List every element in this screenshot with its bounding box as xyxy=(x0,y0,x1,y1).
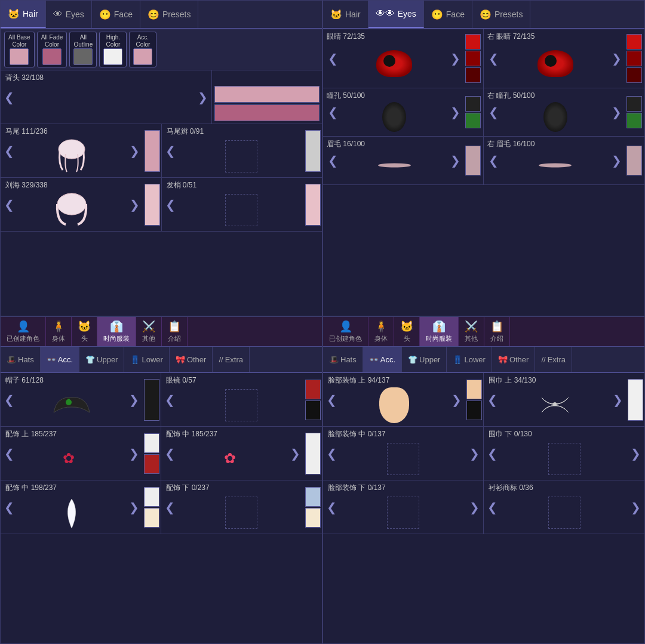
fashion-icon: 👔 xyxy=(110,320,123,333)
hair-tail-row: 马尾 111/236 ❮ ❯ xyxy=(1,124,322,178)
hair-back-color1[interactable] xyxy=(214,86,320,103)
acc-mid2-color2[interactable] xyxy=(144,508,159,528)
bnav-other-r[interactable]: ⚔️ 其他 xyxy=(459,317,484,346)
all-outline-btn[interactable]: AllOutline xyxy=(69,32,97,67)
presets-tab-icon: 😊 xyxy=(148,9,159,20)
bnav-head-r[interactable]: 🐱 头 xyxy=(394,317,420,346)
acc-down-colors xyxy=(305,487,321,528)
face-tab-acc[interactable]: 👓 Acc. xyxy=(363,347,402,372)
hair-tail-next[interactable]: ❯ xyxy=(126,124,143,177)
face-tab-lower[interactable]: 👖 Lower xyxy=(447,347,492,372)
right-pupil-next[interactable]: ❯ xyxy=(608,92,625,133)
left-eye-next[interactable]: ❯ xyxy=(447,33,464,84)
acc-mid-next[interactable]: ❯ xyxy=(287,427,304,480)
scarf-up-color[interactable] xyxy=(628,379,643,421)
bnav-body-r[interactable]: 🧍 身体 xyxy=(368,317,394,346)
acc-tab-acc[interactable]: 👓 Acc. xyxy=(41,347,79,372)
glasses-color2[interactable] xyxy=(305,400,321,420)
tab-presets[interactable]: 😊 Presets xyxy=(140,1,198,28)
brow-color[interactable] xyxy=(465,146,481,175)
hair-front-color[interactable] xyxy=(145,184,160,226)
shirt-badge-thumb xyxy=(548,497,580,529)
all-base-color-btn[interactable]: All BaseColor xyxy=(4,32,35,67)
hair-tail-color[interactable] xyxy=(145,130,160,172)
face-low-next[interactable]: ❯ xyxy=(466,480,483,534)
acc-tab-lower[interactable]: 👖 Lower xyxy=(124,347,169,372)
tab-hair-r[interactable]: 🐱 Hair xyxy=(323,1,368,28)
acc-tab-hats[interactable]: 🎩 Hats xyxy=(1,347,41,372)
bnav-fashion[interactable]: 👔 时尚服装 xyxy=(97,317,136,346)
acc-panel-left: 👤 已创建角色 🧍 身体 🐱 头 👔 时尚服装 ⚔️ 其他 📋 介绍 xyxy=(0,316,322,644)
bnav-fashion-r[interactable]: 👔 时尚服装 xyxy=(420,317,459,346)
intro-icon: 📋 xyxy=(168,320,181,333)
all-fade-color-btn[interactable]: All FadeColor xyxy=(37,32,67,67)
face-tab-other[interactable]: 🎀 Other xyxy=(492,347,536,372)
bnav-created[interactable]: 👤 已创建角色 xyxy=(1,317,46,346)
face-tab-hats[interactable]: 🎩 Hats xyxy=(323,347,363,372)
high-color-btn[interactable]: High.Color xyxy=(99,32,127,67)
r-eye-color2[interactable] xyxy=(626,51,642,66)
hair-tips-color[interactable] xyxy=(305,184,321,226)
hair-back-color2[interactable] xyxy=(214,104,320,121)
acc-up-next[interactable]: ❯ xyxy=(125,427,143,480)
right-eye-next[interactable]: ❯ xyxy=(608,33,625,84)
eye-color2[interactable] xyxy=(465,51,481,66)
hair-back-next[interactable]: ❯ xyxy=(194,70,211,124)
acc-color-btn[interactable]: Acc.Color xyxy=(129,32,156,67)
hair-front-next[interactable]: ❯ xyxy=(126,178,143,231)
face-up-color1[interactable] xyxy=(466,380,482,399)
acc-mid2-color1[interactable] xyxy=(144,487,159,507)
shirt-badge-label: 衬衫商标 0/36 xyxy=(489,483,533,493)
tab-face[interactable]: 😶 Face xyxy=(92,1,140,28)
acc-mid-color[interactable] xyxy=(305,433,321,474)
shirt-badge-next[interactable]: ❯ xyxy=(627,480,644,534)
r-eye-color1[interactable] xyxy=(626,34,642,50)
eye-color1[interactable] xyxy=(465,34,481,50)
tab-hair[interactable]: 🐱 Hair xyxy=(1,1,46,28)
face-mid-next[interactable]: ❯ xyxy=(466,427,483,480)
glasses-color1[interactable] xyxy=(305,380,321,399)
hair-tips-right: 发梢 0/51 ❮ xyxy=(162,178,322,231)
tab-presets-r[interactable]: 😊 Presets xyxy=(472,1,530,28)
tab-eyes[interactable]: 👁 Eyes xyxy=(46,1,92,28)
bnav-intro-r[interactable]: 📋 介绍 xyxy=(484,317,510,346)
acc-up-color2[interactable] xyxy=(144,454,159,474)
face-up-next[interactable]: ❯ xyxy=(448,373,465,426)
bnav-intro[interactable]: 📋 介绍 xyxy=(162,317,188,346)
scarf-down-next[interactable]: ❯ xyxy=(627,427,644,480)
tab-eyes-r[interactable]: 👁👁 Eyes xyxy=(368,1,424,28)
acc-down-color2[interactable] xyxy=(305,508,321,528)
scarf-down-thumb xyxy=(548,443,580,475)
right-brow-next[interactable]: ❯ xyxy=(608,140,625,181)
r-pupil-color1[interactable] xyxy=(626,96,642,112)
face-tab-extra[interactable]: // Extra xyxy=(535,347,572,372)
left-brow-next[interactable]: ❯ xyxy=(447,140,464,181)
hair-braid-color[interactable] xyxy=(305,130,321,172)
r-pupil-color2[interactable] xyxy=(626,113,642,128)
acc-tab-extra[interactable]: // Extra xyxy=(213,347,250,372)
eye-color3[interactable] xyxy=(465,67,481,83)
tab-face-r[interactable]: 😶 Face xyxy=(424,1,472,28)
r-brow-color[interactable] xyxy=(626,146,642,175)
eyes-panel: 🐱 Hair 👁👁 Eyes 😶 Face 😊 Presets 眼睛 72/13… xyxy=(322,0,645,316)
acc-down-color1[interactable] xyxy=(305,487,321,507)
pupil-color2[interactable] xyxy=(465,113,481,128)
r-eye-color3[interactable] xyxy=(626,67,642,83)
pupil-color1[interactable] xyxy=(465,96,481,112)
scarf-up-next[interactable]: ❯ xyxy=(609,373,626,426)
acc-mid2-next[interactable]: ❯ xyxy=(125,480,143,534)
bnav-created-r[interactable]: 👤 已创建角色 xyxy=(323,317,368,346)
face-up-color2[interactable] xyxy=(466,400,482,420)
right-eye-colors xyxy=(626,34,642,83)
acc-tab-other[interactable]: 🎀 Other xyxy=(170,347,213,372)
bnav-body[interactable]: 🧍 身体 xyxy=(46,317,72,346)
hat-next[interactable]: ❯ xyxy=(125,373,143,426)
bnav-other[interactable]: ⚔️ 其他 xyxy=(136,317,162,346)
acc-up-color1[interactable] xyxy=(144,433,159,453)
face-tab-upper[interactable]: 👕 Upper xyxy=(402,347,447,372)
face-low-label: 脸部装饰 下 0/137 xyxy=(328,483,386,493)
acc-tab-upper[interactable]: 👕 Upper xyxy=(79,347,124,372)
hat-color[interactable] xyxy=(144,379,159,421)
bnav-head[interactable]: 🐱 头 xyxy=(72,317,97,346)
left-pupil-next[interactable]: ❯ xyxy=(447,92,464,133)
